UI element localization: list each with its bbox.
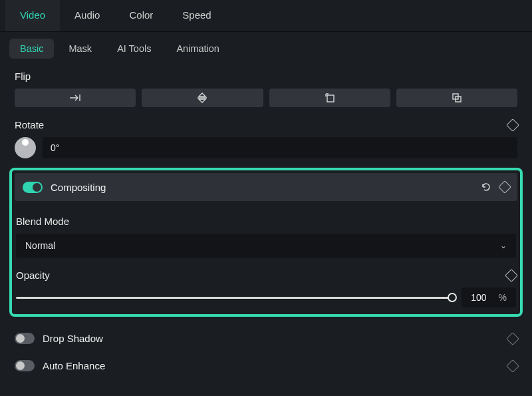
drop-shadow-row: Drop Shadow	[15, 325, 517, 352]
subtab-basic[interactable]: Basic	[9, 39, 54, 59]
flip-horizontal-button[interactable]	[15, 89, 136, 107]
sub-tabs: Basic Mask AI Tools Animation	[0, 32, 532, 63]
opacity-keyframe-button[interactable]	[505, 269, 518, 282]
auto-enhance-toggle[interactable]	[15, 360, 35, 371]
compositing-keyframe-button[interactable]	[498, 180, 511, 194]
flip-label: Flip	[15, 71, 517, 82]
opacity-slider-thumb[interactable]	[448, 293, 457, 302]
opacity-control: 100 %	[16, 288, 516, 307]
drop-shadow-keyframe-button[interactable]	[506, 332, 519, 345]
opacity-label: Opacity	[16, 270, 50, 281]
rotate-control: 0°	[15, 137, 517, 158]
auto-enhance-row: Auto Enhance	[15, 352, 517, 379]
opacity-slider[interactable]	[16, 297, 452, 299]
compositing-toggle[interactable]	[23, 182, 43, 193]
opacity-header: Opacity	[16, 270, 516, 281]
auto-enhance-keyframe-button[interactable]	[506, 359, 519, 373]
tab-audio[interactable]: Audio	[60, 0, 114, 31]
blend-mode-label: Blend Mode	[16, 216, 516, 227]
compositing-reset-button[interactable]	[480, 181, 492, 193]
flip-horizontal-icon	[69, 93, 81, 102]
compositing-section-highlight: Compositing Blend Mode Normal ⌄ Opacity	[9, 168, 523, 317]
flip-vertical-button[interactable]	[142, 89, 263, 107]
compositing-header: Compositing	[15, 173, 517, 201]
subtab-animation[interactable]: Animation	[166, 39, 229, 59]
flip-vertical-icon	[196, 93, 208, 103]
drop-shadow-toggle[interactable]	[15, 333, 35, 344]
opacity-value-input[interactable]: 100 %	[462, 288, 516, 307]
aspect-icon	[452, 93, 462, 103]
reset-icon	[481, 182, 491, 192]
tab-video[interactable]: Video	[5, 0, 60, 31]
top-tabs: Video Audio Color Speed	[0, 0, 532, 32]
subtab-mask[interactable]: Mask	[58, 39, 102, 59]
rotate-knob[interactable]	[15, 137, 36, 158]
subtab-ai-tools[interactable]: AI Tools	[106, 39, 162, 59]
panel-basic: Flip Rotate 0° Compositing	[0, 63, 532, 379]
tab-color[interactable]: Color	[114, 0, 168, 31]
rotate-header: Rotate	[15, 119, 517, 130]
auto-enhance-label: Auto Enhance	[43, 360, 500, 371]
blend-mode-select[interactable]: Normal ⌄	[16, 234, 516, 258]
tab-speed[interactable]: Speed	[168, 0, 225, 31]
crop-button[interactable]	[269, 89, 390, 107]
opacity-value: 100	[471, 292, 486, 303]
compositing-body: Blend Mode Normal ⌄ Opacity 100 %	[15, 201, 517, 307]
drop-shadow-label: Drop Shadow	[43, 333, 500, 344]
rotate-keyframe-button[interactable]	[506, 118, 519, 132]
aspect-button[interactable]	[396, 89, 517, 107]
chevron-down-icon: ⌄	[500, 241, 507, 250]
crop-icon	[325, 93, 335, 103]
opacity-unit: %	[499, 292, 507, 303]
rotate-value-input[interactable]: 0°	[43, 137, 517, 158]
compositing-label: Compositing	[51, 182, 472, 193]
flip-buttons	[15, 89, 517, 107]
svg-rect-0	[327, 95, 334, 102]
rotate-label: Rotate	[15, 119, 44, 130]
blend-mode-value: Normal	[25, 240, 55, 251]
